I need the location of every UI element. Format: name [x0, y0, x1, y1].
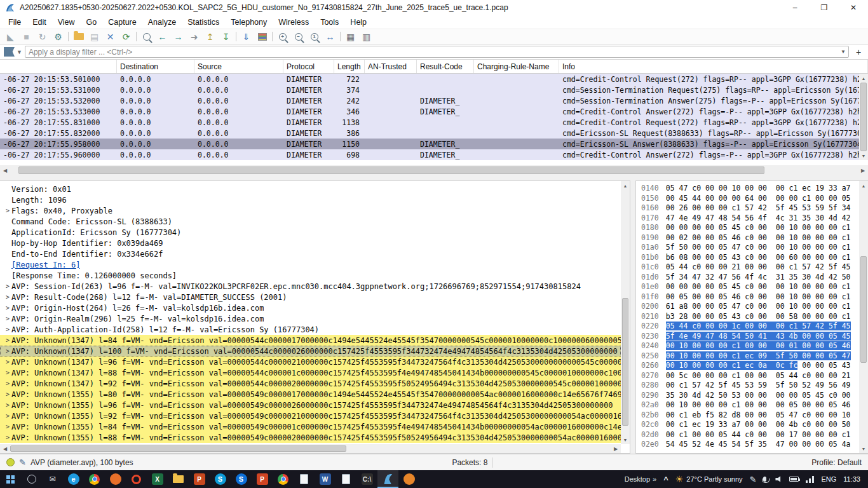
taskbar-app-file-explorer[interactable]: [168, 470, 189, 488]
expand-arrow-icon[interactable]: >: [0, 304, 11, 311]
hidden-icons-caret[interactable]: ^: [663, 475, 668, 484]
stop-capture-icon[interactable]: ■: [18, 30, 34, 44]
hex-row[interactable]: 028000 c1 57 42 5f 45 53 59 5f 50 52 49 …: [641, 381, 859, 391]
hex-row[interactable]: 020061 a8 00 00 05 47 c0 00 00 10 00 00 …: [641, 302, 859, 312]
menu-item[interactable]: Tools: [315, 17, 344, 28]
expand-arrow-icon[interactable]: >: [0, 294, 11, 301]
pane-splitter[interactable]: [0, 175, 868, 180]
scroll-up-arrow[interactable]: ▲: [859, 74, 868, 83]
expand-arrow-icon[interactable]: >: [0, 348, 11, 355]
detail-row[interactable]: > Flags: 0x40, Proxyable: [0, 205, 621, 216]
capture-options-icon[interactable]: ⚙: [50, 30, 66, 44]
close-file-icon[interactable]: ✕: [102, 30, 118, 44]
hex-row[interactable]: 027000 5c 00 00 00 c1 00 00 05 44 c0 00 …: [641, 371, 859, 381]
expand-arrow-icon[interactable]: >: [0, 412, 11, 419]
packet-list-hscrollbar[interactable]: ◀ ▶: [0, 165, 868, 175]
hex-row[interactable]: 01d05f 34 47 32 47 56 4f 4c 31 35 30 4d …: [641, 273, 859, 283]
toolbar-button[interactable]: [234, 30, 238, 44]
expand-arrow-icon[interactable]: >: [0, 358, 11, 365]
taskbar-app-skype[interactable]: S: [210, 470, 231, 488]
scroll-left-arrow[interactable]: ◀: [0, 446, 10, 452]
hex-row[interactable]: 02e054 45 52 4e 45 54 5f 35 47 00 00 00 …: [641, 440, 859, 450]
packet-row[interactable]: -06-27 20:17:55.958000 0.0.0.0 0.0.0.0 D…: [0, 139, 868, 149]
hex-row[interactable]: 02c000 c1 ec 19 33 a7 00 00 00 4b c0 00 …: [641, 420, 859, 430]
detail-row[interactable]: Command Code: Ericsson-SL (8388633): [0, 216, 621, 227]
menu-item[interactable]: Help: [344, 17, 372, 28]
weather-widget[interactable]: ☀ 27°C Partly sunny: [675, 474, 743, 484]
column-header[interactable]: AN-Trusted: [365, 60, 417, 73]
column-header[interactable]: Info: [559, 60, 868, 73]
go-back-icon[interactable]: ←: [154, 30, 170, 44]
filter-expression-dropdown-icon[interactable]: ▼: [841, 49, 846, 55]
taskbar-app-skype-business[interactable]: S: [231, 470, 252, 488]
filter-add-button[interactable]: +: [851, 46, 865, 58]
detail-row[interactable]: > AVP: Unknown(1355) l=96 f=VM- vnd=Eric…: [0, 400, 621, 410]
expand-arrow-icon[interactable]: >: [0, 434, 11, 441]
filter-bookmark-dropdown-icon[interactable]: ▼: [17, 49, 22, 55]
menu-item[interactable]: Edit: [27, 17, 52, 28]
scroll-up-arrow[interactable]: ▲: [859, 181, 868, 190]
taskbar-app-terminal[interactable]: C:\: [356, 470, 377, 488]
scroll-up-arrow[interactable]: ▲: [621, 181, 630, 190]
detail-row[interactable]: ApplicationId: Ericsson Sy (16777304): [0, 227, 621, 238]
packet-row[interactable]: -06-27 20:15:53.533000 0.0.0.0 0.0.0.0 D…: [0, 106, 868, 117]
detail-row[interactable]: > AVP: Unknown(1347) l=84 f=VM- vnd=Eric…: [0, 335, 621, 346]
taskbar-app-edge[interactable]: e: [63, 470, 84, 488]
scroll-thumb[interactable]: [622, 298, 628, 426]
desktop-chevrons-icon[interactable]: »: [653, 475, 656, 483]
scroll-down-arrow[interactable]: ▼: [859, 444, 868, 453]
detail-row[interactable]: > AVP: Unknown(1355) l=84 f=VM- vnd=Eric…: [0, 421, 621, 432]
scroll-down-arrow[interactable]: ▼: [859, 151, 868, 160]
hex-row[interactable]: 016000 26 00 00 00 c1 57 42 5f 45 53 59 …: [641, 203, 859, 214]
packet-row[interactable]: -06-27 20:15:53.531000 0.0.0.0 0.0.0.0 D…: [0, 85, 868, 95]
detail-row[interactable]: > AVP: Result-Code(268) l=12 f=-M- val=D…: [0, 292, 621, 302]
scroll-right-arrow[interactable]: ▶: [611, 446, 621, 452]
hex-row[interactable]: 014005 47 c0 00 00 10 00 00 00 c1 ec 19 …: [641, 184, 859, 194]
detail-row[interactable]: End-to-End Identifier: 0x334e662f: [0, 248, 621, 259]
column-header[interactable]: Result-Code: [417, 60, 474, 73]
taskbar-app-notepad-2[interactable]: [336, 470, 356, 488]
packet-row[interactable]: -06-27 20:15:53.532000 0.0.0.0 0.0.0.0 D…: [0, 95, 868, 106]
network-tray-icon[interactable]: [806, 476, 814, 483]
capture-comment-icon[interactable]: ✎: [19, 458, 26, 467]
taskbar-app-excel[interactable]: X: [147, 470, 168, 488]
packet-row[interactable]: -06-27 20:17:55.960000 0.0.0.0 0.0.0.0 D…: [0, 149, 868, 160]
zoom-original-icon[interactable]: 1: [306, 30, 322, 44]
start-button[interactable]: [0, 470, 21, 488]
column-header[interactable]: Length: [334, 60, 365, 73]
packet-row[interactable]: -06-27 20:15:53.501000 0.0.0.0 0.0.0.0 D…: [0, 74, 868, 85]
taskbar-app-powerpoint-2[interactable]: P: [252, 470, 273, 488]
detail-hex-splitter[interactable]: [630, 180, 635, 454]
hex-row[interactable]: 02d000 c1 00 00 05 44 c0 00 00 17 00 00 …: [641, 430, 859, 440]
hex-row[interactable]: 01b0b6 08 00 00 05 43 c0 00 00 60 00 00 …: [641, 253, 859, 263]
detail-row[interactable]: [Response Time: 0.126000000 seconds]: [0, 270, 621, 281]
detail-row[interactable]: > AVP: Session-Id(263) l=96 f=-M- val=IN…: [0, 281, 621, 292]
toolbar-button[interactable]: [270, 30, 275, 44]
column-header[interactable]: Charging-Rule-Name: [474, 60, 559, 73]
hex-row[interactable]: 02a000 10 00 00 00 c1 00 00 00 05 00 00 …: [641, 400, 859, 410]
expand-arrow-icon[interactable]: >: [0, 402, 11, 409]
hex-row[interactable]: 026000 10 00 00 00 c1 ec 0a 0c fc 00 00 …: [641, 361, 859, 371]
go-to-packet-icon[interactable]: ➜: [186, 30, 202, 44]
menu-item[interactable]: Analyze: [142, 17, 182, 28]
toolbar-button[interactable]: [338, 30, 342, 44]
detail-row[interactable]: Hop-by-Hop Identifier: 0x039da469: [0, 238, 621, 248]
menu-item[interactable]: View: [52, 17, 81, 28]
save-file-icon[interactable]: ▤: [86, 30, 102, 44]
zoom-out-icon[interactable]: −: [290, 30, 306, 44]
detail-row[interactable]: > AVP: Unknown(1355) l=80 f=VM- vnd=Eric…: [0, 389, 621, 400]
scroll-thumb[interactable]: [18, 166, 764, 174]
menu-item[interactable]: File: [3, 17, 27, 28]
detail-row[interactable]: > AVP: Auth-Application-Id(258) l=12 f=-…: [0, 324, 621, 335]
column-header[interactable]: Source: [194, 60, 283, 73]
maximize-button[interactable]: ❐: [810, 0, 839, 15]
toolbar-button[interactable]: [66, 30, 71, 44]
taskbar-app-opera[interactable]: [126, 470, 147, 488]
expand-arrow-icon[interactable]: >: [0, 380, 11, 387]
filter-bookmark-icon[interactable]: [4, 47, 15, 57]
column-header[interactable]: Protocol: [283, 60, 334, 73]
detail-row[interactable]: Length: 1096: [0, 194, 621, 205]
taskbar-app-chrome-2[interactable]: [273, 470, 294, 488]
taskbar-search-icon[interactable]: [21, 470, 42, 488]
hex-row[interactable]: 019000 02 00 00 05 46 c0 00 00 10 00 00 …: [641, 233, 859, 243]
